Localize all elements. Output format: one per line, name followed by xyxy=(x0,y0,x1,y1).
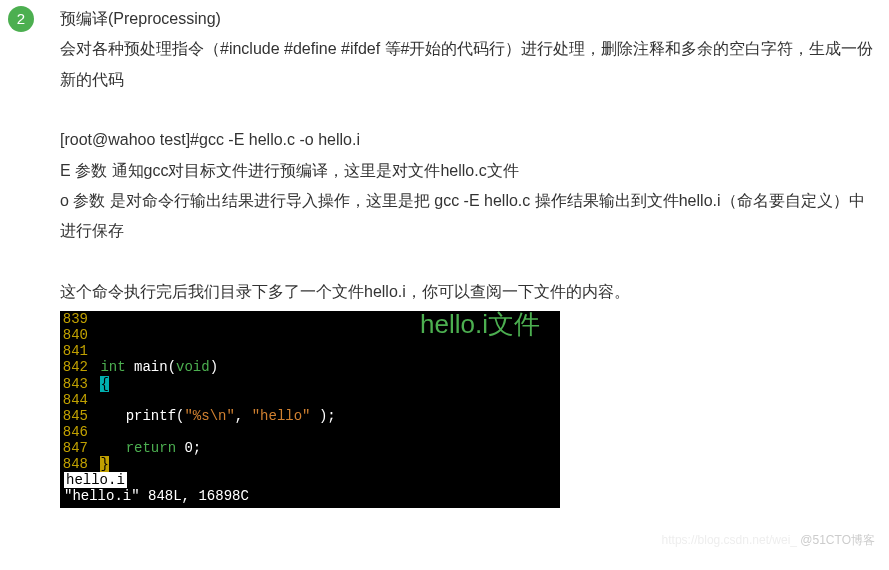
e-param-explain: E 参数 通知gcc对目标文件进行预编译，这里是对文件hello.c文件 xyxy=(60,156,879,186)
line-number: 841 xyxy=(60,343,92,359)
line-number: 843 xyxy=(60,376,92,392)
after-command-note: 这个命令执行完后我们目录下多了一个文件hello.i，你可以查阅一下文件的内容。 xyxy=(60,277,879,307)
section-title: 预编译(Preprocessing) xyxy=(60,4,879,34)
code-line: 845 printf("%s\n", "hello" ); xyxy=(60,408,560,424)
section-description: 会对各种预处理指令（#include #define #ifdef 等#开始的代… xyxy=(60,34,879,95)
terminal-screenshot: hello.i文件 839 840 841 842 int main(void)… xyxy=(60,311,560,508)
code-line: 842 int main(void) xyxy=(60,359,560,375)
o-param-explain: o 参数 是对命令行输出结果进行导入操作，这里是把 gcc -E hello.c… xyxy=(60,186,879,247)
step-number-badge: 2 xyxy=(8,6,34,32)
brace-open-cursor: { xyxy=(100,376,108,392)
code-line: 848 } xyxy=(60,456,560,472)
line-number: 842 xyxy=(60,359,92,375)
line-number: 840 xyxy=(60,327,92,343)
line-number: 839 xyxy=(60,311,92,327)
vim-status-info: "hello.i" 848L, 16898C xyxy=(60,488,560,504)
code-line: 847 return 0; xyxy=(60,440,560,456)
code-line: 843 { xyxy=(60,376,560,392)
shell-command: [root@wahoo test]#gcc -E hello.c -o hell… xyxy=(60,125,879,155)
content-area: 预编译(Preprocessing) 会对各种预处理指令（#include #d… xyxy=(60,4,889,508)
line-number: 848 xyxy=(60,456,92,472)
code-line: 846 xyxy=(60,424,560,440)
code-line: 841 xyxy=(60,343,560,359)
line-number: 844 xyxy=(60,392,92,408)
vim-status-file: hello.i xyxy=(60,472,560,488)
step-number: 2 xyxy=(17,5,25,34)
code-line: 844 xyxy=(60,392,560,408)
terminal-title: hello.i文件 xyxy=(420,310,540,340)
line-number: 846 xyxy=(60,424,92,440)
watermark: https://blog.csdn.net/wei_ @51CTO博客 xyxy=(662,529,875,552)
line-number: 847 xyxy=(60,440,92,456)
brace-close-cursor: } xyxy=(100,456,108,472)
line-number: 845 xyxy=(60,408,92,424)
